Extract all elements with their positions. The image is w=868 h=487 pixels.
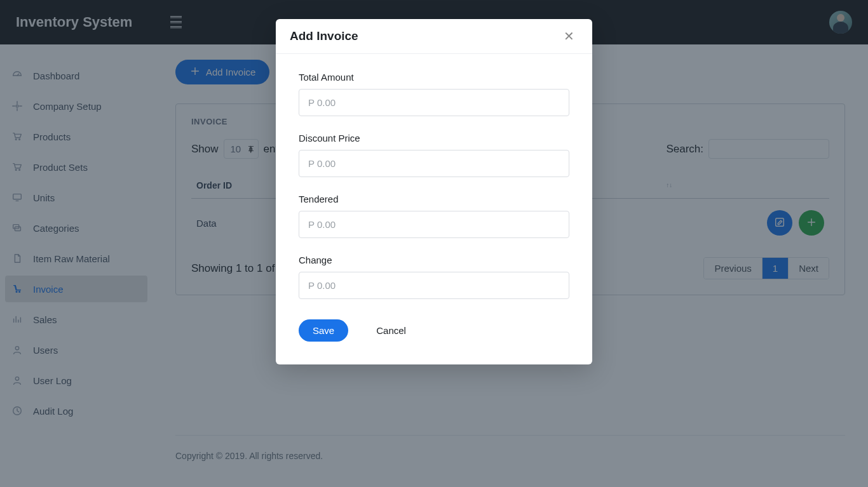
field-label: Discount Price xyxy=(299,133,569,143)
save-button[interactable]: Save xyxy=(299,319,348,342)
total-amount-input[interactable] xyxy=(299,89,569,116)
close-icon[interactable]: ✕ xyxy=(560,29,578,43)
field-label: Total Amount xyxy=(299,72,569,83)
field-change: Change xyxy=(299,255,569,299)
change-input[interactable] xyxy=(299,272,569,299)
modal-title: Add Invoice xyxy=(290,29,358,43)
field-discount-price: Discount Price xyxy=(299,133,569,177)
discount-price-input[interactable] xyxy=(299,150,569,177)
add-invoice-modal: Add Invoice ✕ Total AmountDiscount Price… xyxy=(276,19,592,364)
cancel-button[interactable]: Cancel xyxy=(362,319,420,342)
field-total-amount: Total Amount xyxy=(299,72,569,116)
modal-overlay[interactable]: Add Invoice ✕ Total AmountDiscount Price… xyxy=(0,0,868,487)
tendered-input[interactable] xyxy=(299,211,569,238)
field-label: Change xyxy=(299,255,569,265)
field-tendered: Tendered xyxy=(299,194,569,238)
field-label: Tendered xyxy=(299,194,569,204)
